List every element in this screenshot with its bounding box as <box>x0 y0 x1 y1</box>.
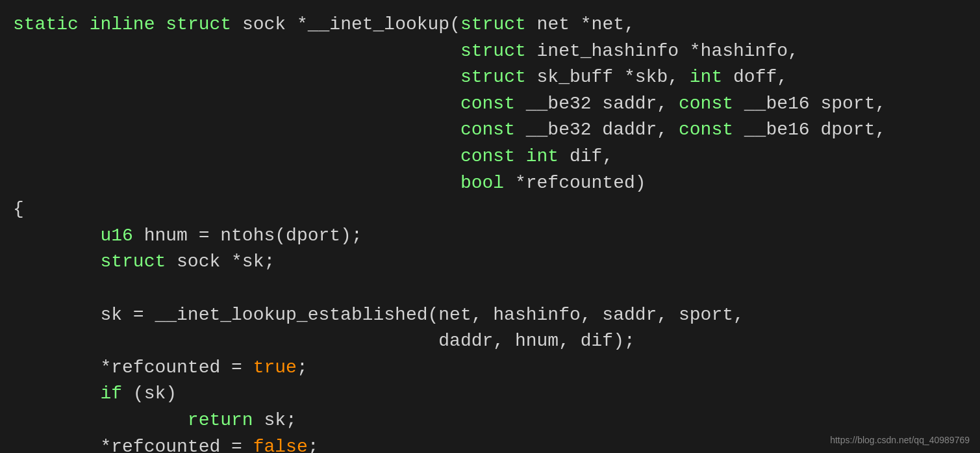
code-line-8: { <box>13 196 967 223</box>
code-line-6: const int dif, <box>13 144 967 170</box>
code-line-10: struct sock *sk; <box>13 249 967 276</box>
code-line-2: struct inet_hashinfo *hashinfo, <box>13 38 967 65</box>
code-line-12: sk = __inet_lookup_established(net, hash… <box>13 302 967 329</box>
code-line-7: bool *refcounted) <box>13 170 967 197</box>
code-line-13: daddr, hnum, dif); <box>13 328 967 355</box>
code-line-14: *refcounted = true; <box>13 355 967 382</box>
code-line-17: *refcounted = false; <box>13 434 967 454</box>
code-line-15: if (sk) <box>13 381 967 408</box>
code-line-5: const __be32 daddr, const __be16 dport, <box>13 117 967 144</box>
code-line-1: static inline struct sock *__inet_lookup… <box>13 12 967 38</box>
code-line-9: u16 hnum = ntohs(dport); <box>13 223 967 250</box>
watermark: https://blog.csdn.net/qq_40989769 <box>830 434 970 447</box>
code-viewer: static inline struct sock *__inet_lookup… <box>0 0 980 453</box>
code-line-11 <box>13 276 967 302</box>
code-line-3: struct sk_buff *skb, int doff, <box>13 64 967 91</box>
code-line-16: return sk; <box>13 408 967 434</box>
code-line-4: const __be32 saddr, const __be16 sport, <box>13 91 967 118</box>
